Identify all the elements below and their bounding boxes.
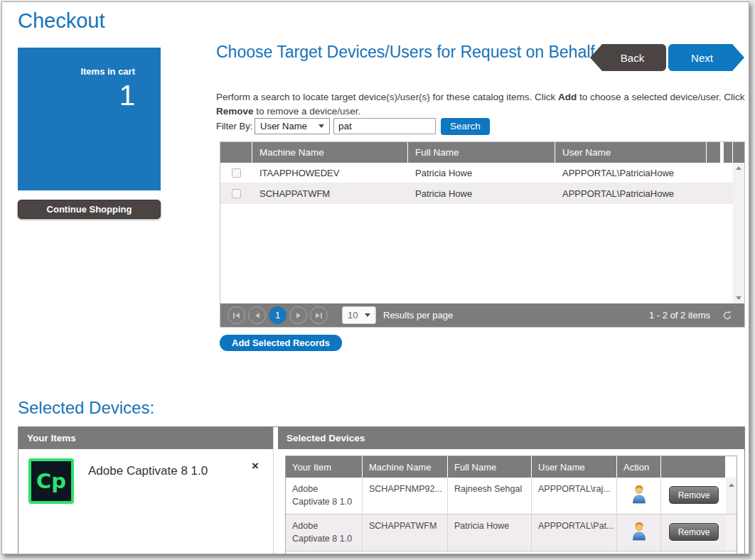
your-item-cell: Adobe Captivate 8 1.0 bbox=[286, 515, 363, 551]
checkout-page: Checkout Items in cart 1 Continue Shoppi… bbox=[1, 1, 749, 554]
full-name-column-header: Full Name bbox=[448, 456, 531, 478]
full-name-cell: Patricia Howe bbox=[448, 515, 532, 551]
next-page-icon bbox=[296, 313, 301, 318]
previous-page-icon bbox=[255, 313, 259, 318]
next-button[interactable]: Next bbox=[668, 44, 744, 71]
remove-cart-item-icon[interactable]: × bbox=[252, 460, 259, 472]
selected-devices-body: Your Item Machine Name Full Name User Na… bbox=[278, 449, 744, 554]
selected-devices-panel: Your Items Cp Adobe Captivate 8 1.0 × Se… bbox=[18, 426, 745, 554]
last-page-icon bbox=[316, 313, 320, 318]
selected-devices-header: Selected Devices bbox=[278, 427, 744, 449]
current-page-button[interactable]: 1 bbox=[269, 306, 287, 324]
refresh-icon[interactable] bbox=[722, 310, 733, 321]
instructions-text: Perform a search to locate target device… bbox=[216, 90, 748, 119]
table-row: Adobe Captivate 8 1.0 SCHAPFNMP92... Raj… bbox=[286, 478, 737, 515]
last-page-bar bbox=[321, 313, 322, 318]
machine-name-cell: SCHAPPATWFM bbox=[363, 515, 448, 551]
user-name-column-header: User Name bbox=[532, 456, 616, 478]
machine-name-column-header[interactable]: Machine Name bbox=[252, 142, 407, 163]
grid-header-filler bbox=[733, 142, 744, 163]
results-per-page-label: Results per page bbox=[383, 310, 453, 321]
page-size-select[interactable]: 10 bbox=[342, 306, 376, 324]
grid-body: ITAAPPHOWEDEV Patricia Howe APPPORTAL\Pa… bbox=[220, 163, 744, 303]
scroll-up-icon[interactable] bbox=[729, 483, 734, 487]
user-name-cell: APPPORTAL\raj... bbox=[532, 478, 617, 514]
user-name-column-header[interactable]: User Name bbox=[555, 142, 706, 163]
select-column-header bbox=[220, 142, 252, 163]
cart-summary-card: Items in cart 1 bbox=[18, 48, 161, 190]
grid-header-row: Machine Name Full Name User Name bbox=[220, 142, 744, 163]
remove-button-cell: Remove bbox=[661, 478, 726, 514]
selected-devices-heading: Selected Devices: bbox=[18, 398, 154, 418]
machine-name-cell: SCHAPFNMP92... bbox=[363, 478, 448, 514]
your-item-column-header: Your Item bbox=[286, 456, 362, 478]
remove-button[interactable]: Remove bbox=[669, 486, 719, 504]
first-page-icon bbox=[235, 313, 240, 318]
next-page-button[interactable] bbox=[289, 306, 307, 324]
action-column-header: Action bbox=[617, 456, 660, 478]
search-input[interactable] bbox=[333, 118, 436, 134]
grid-scrollbar[interactable] bbox=[733, 163, 744, 303]
action-cell bbox=[617, 478, 661, 514]
action-cell bbox=[617, 515, 661, 551]
first-page-button[interactable] bbox=[227, 306, 245, 324]
page-title: Checkout bbox=[18, 9, 105, 33]
scroll-down-icon[interactable] bbox=[736, 296, 741, 300]
grid-pager: 1 10 Results per page 1 - 2 of 2 items bbox=[220, 303, 744, 327]
table-row[interactable]: SCHAPPATWFM Patricia Howe APPPORTAL\Patr… bbox=[220, 183, 744, 204]
remove-button[interactable]: Remove bbox=[669, 523, 719, 541]
continue-shopping-button[interactable]: Continue Shopping bbox=[18, 200, 161, 219]
machine-name-cell: SCHAPPATWFM bbox=[252, 188, 408, 199]
previous-page-button[interactable] bbox=[248, 306, 266, 324]
user-name-cell: APPPORTAL\PatriciaHowe bbox=[555, 188, 744, 199]
remove-button-cell: Remove bbox=[661, 515, 726, 551]
full-name-cell: Patricia Howe bbox=[408, 168, 555, 178]
grid-header-filler bbox=[707, 142, 720, 163]
row-checkbox[interactable] bbox=[232, 189, 241, 198]
your-items-header: Your Items bbox=[18, 427, 273, 449]
user-name-cell: APPPORTAL\PatriciaHowe bbox=[555, 168, 744, 178]
selected-table-header-row: Your Item Machine Name Full Name User Na… bbox=[286, 456, 737, 478]
filter-row: Filter By: User Name Search bbox=[216, 117, 490, 135]
your-items-panel: Your Items Cp Adobe Captivate 8 1.0 × bbox=[18, 427, 274, 554]
instructions-remove-bold: Remove bbox=[216, 106, 254, 117]
adobe-captivate-icon: Cp bbox=[28, 458, 74, 504]
back-button[interactable]: Back bbox=[590, 44, 666, 71]
your-item-cell: Adobe Captivate 8 1.0 bbox=[286, 478, 363, 514]
last-page-button[interactable] bbox=[310, 306, 328, 324]
filter-by-label: Filter By: bbox=[216, 121, 255, 131]
captivate-icon-text: Cp bbox=[36, 469, 66, 493]
table-scrollbar[interactable] bbox=[726, 478, 737, 514]
full-name-column-header[interactable]: Full Name bbox=[408, 142, 555, 163]
filter-field-selected-value: User Name bbox=[260, 121, 307, 131]
full-name-cell: Rajneesh Sehgal bbox=[448, 478, 532, 514]
table-scrollbar[interactable] bbox=[726, 515, 737, 551]
items-in-cart-count: 1 bbox=[18, 80, 161, 112]
row-checkbox[interactable] bbox=[232, 168, 241, 178]
table-row-partial bbox=[286, 551, 737, 554]
grid-header-filler bbox=[724, 142, 732, 163]
grid-header-gap bbox=[721, 142, 723, 163]
filter-field-select[interactable]: User Name bbox=[255, 118, 330, 134]
scroll-up-icon[interactable] bbox=[736, 166, 741, 170]
user-name-cell: APPPORTAL\Pat... bbox=[532, 515, 617, 551]
instructions-add-bold: Add bbox=[558, 92, 577, 102]
user-person-icon[interactable] bbox=[631, 485, 647, 504]
your-items-body: Cp Adobe Captivate 8 1.0 × bbox=[18, 449, 273, 554]
add-selected-records-button[interactable]: Add Selected Records bbox=[220, 335, 342, 351]
button-column-header bbox=[661, 456, 725, 478]
selected-devices-subpanel: Selected Devices Your Item Machine Name … bbox=[278, 427, 744, 554]
search-button[interactable]: Search bbox=[441, 118, 490, 135]
chevron-down-icon bbox=[318, 124, 324, 128]
full-name-cell: Patricia Howe bbox=[408, 188, 555, 199]
section-heading: Choose Target Devices/Users for Request … bbox=[216, 42, 606, 63]
table-row[interactable]: ITAAPPHOWEDEV Patricia Howe APPPORTAL\Pa… bbox=[220, 163, 744, 183]
user-person-icon[interactable] bbox=[631, 522, 647, 541]
machine-name-column-header: Machine Name bbox=[363, 456, 447, 478]
cart-item-name: Adobe Captivate 8 1.0 bbox=[88, 464, 208, 478]
chevron-down-icon bbox=[365, 313, 370, 317]
machine-name-cell: ITAAPPHOWEDEV bbox=[252, 168, 408, 178]
instructions-part2: to choose a selected device/user. Click bbox=[577, 92, 744, 102]
instructions-part3: to remove a device/user. bbox=[254, 106, 361, 117]
selected-devices-table: Your Item Machine Name Full Name User Na… bbox=[285, 456, 737, 554]
